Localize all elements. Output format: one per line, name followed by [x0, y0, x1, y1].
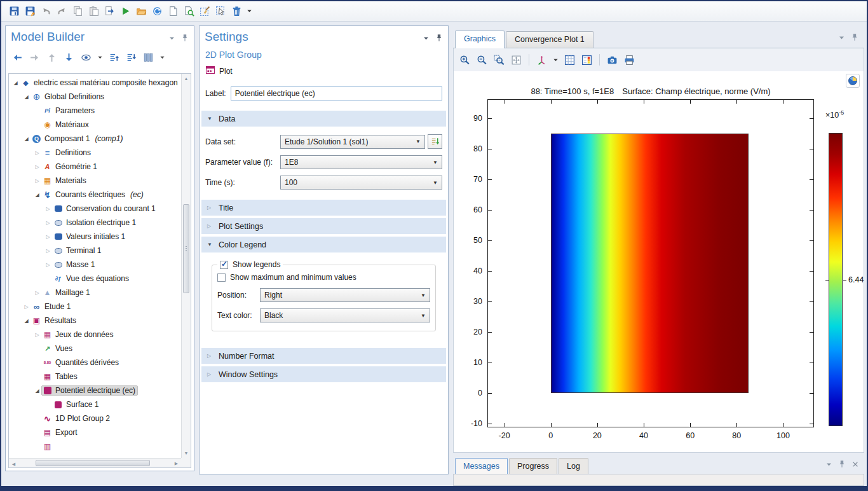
- save-icon[interactable]: [8, 4, 21, 18]
- show-legends-checkbox[interactable]: [220, 261, 228, 269]
- down-icon[interactable]: [62, 51, 76, 64]
- tab-convergence-plot-1[interactable]: Convergence Plot 1: [506, 31, 593, 48]
- expander-icon[interactable]: ◢: [22, 136, 31, 142]
- collapse-all-icon[interactable]: [125, 51, 138, 64]
- show-max-min-checkbox[interactable]: [217, 273, 226, 282]
- dropdown-caret-icon[interactable]: [159, 53, 166, 62]
- tree-item-conservation-du-courant-1[interactable]: ▷Conservation du courant 1: [9, 202, 181, 216]
- tree-vertical-scrollbar[interactable]: ▲ ▼: [181, 74, 191, 458]
- expander-icon[interactable]: ◢: [11, 80, 20, 86]
- new-icon[interactable]: [166, 4, 180, 18]
- expander-icon[interactable]: ▷: [44, 234, 52, 240]
- expander-icon[interactable]: ▷: [33, 150, 41, 156]
- pin-icon[interactable]: [435, 34, 444, 45]
- tree-item-quantit-s-d-riv-es[interactable]: 8.85Quantités dérivées: [9, 356, 181, 370]
- tab-progress[interactable]: Progress: [509, 458, 557, 474]
- open-icon[interactable]: [135, 4, 148, 18]
- run-icon[interactable]: [119, 4, 132, 18]
- tree-item-materials[interactable]: ▷▦Materials: [9, 174, 181, 188]
- undo-icon[interactable]: [39, 4, 53, 18]
- node-type-link[interactable]: 2D Plot Group: [200, 48, 448, 64]
- section-plot-settings[interactable]: ▷ Plot Settings: [201, 218, 446, 234]
- position-combo[interactable]: Right▼: [260, 288, 430, 302]
- expander-icon[interactable]: ◢: [33, 388, 41, 394]
- zoom-out-icon[interactable]: [475, 53, 489, 67]
- columns-icon[interactable]: [142, 51, 155, 64]
- default-view-icon[interactable]: [535, 53, 548, 67]
- plot-action-icon[interactable]: [205, 65, 215, 77]
- zoom-in-icon[interactable]: [458, 53, 471, 67]
- copy-icon[interactable]: [71, 4, 85, 18]
- expand-all-icon[interactable]: [107, 51, 121, 64]
- scroll-down-icon[interactable]: ▼: [182, 448, 191, 458]
- show-grid-icon[interactable]: [563, 53, 576, 67]
- scroll-up-icon[interactable]: ▲: [182, 74, 191, 83]
- close-icon[interactable]: [851, 460, 859, 470]
- update-solution-icon[interactable]: [151, 4, 164, 18]
- dropdown-caret-icon[interactable]: [552, 55, 559, 64]
- panel-menu-caret-icon[interactable]: [838, 34, 845, 43]
- tab-messages[interactable]: Messages: [455, 458, 508, 474]
- switch-data-set-button[interactable]: [428, 134, 442, 149]
- expander-icon[interactable]: ▷: [22, 304, 31, 310]
- tree-item-definitions[interactable]: ▷≡Definitions: [9, 146, 181, 160]
- tab-graphics[interactable]: Graphics: [455, 31, 505, 48]
- tree-item-potentiel-lectrique-ec[interactable]: ◢Potentiel électrique (ec): [9, 384, 181, 398]
- preview-icon[interactable]: [182, 4, 196, 18]
- tree-item-node[interactable]: ▥: [9, 439, 181, 453]
- paste-icon[interactable]: [87, 4, 100, 18]
- expander-icon[interactable]: ▷: [44, 220, 52, 226]
- tree-item-isolation-lectrique-1[interactable]: ▷Isolation électrique 1: [9, 216, 181, 230]
- zoom-box-icon[interactable]: [492, 53, 506, 67]
- clear-selection-icon[interactable]: [198, 4, 212, 18]
- section-data[interactable]: ▼ Data: [201, 111, 446, 127]
- expander-icon[interactable]: ▷: [33, 290, 41, 296]
- tree-item-jeux-de-donn-es[interactable]: ▷▦Jeux de données: [9, 328, 181, 342]
- panel-menu-caret-icon[interactable]: [168, 35, 175, 44]
- tab-log[interactable]: Log: [559, 458, 588, 474]
- tree-item-surface-1[interactable]: Surface 1: [9, 398, 181, 411]
- expander-icon[interactable]: ▷: [44, 262, 52, 268]
- tree-item-etude-1[interactable]: ▷∞Etude 1: [9, 300, 181, 314]
- panel-menu-caret-icon[interactable]: [423, 35, 430, 44]
- scroll-left-icon[interactable]: ◀: [9, 459, 18, 468]
- redo-icon[interactable]: [55, 4, 69, 18]
- section-title[interactable]: ▷ Title: [201, 200, 446, 216]
- comsol-logo-icon[interactable]: [846, 74, 860, 88]
- section-number-format[interactable]: ▷ Number Format: [201, 348, 446, 364]
- plot-canvas[interactable]: 88: Time=100 s, f=1E8 Surface: Champ éle…: [453, 71, 864, 453]
- section-color-legend[interactable]: ▼ Color Legend: [201, 237, 446, 252]
- data-set-combo[interactable]: Etude 1/Solution 1 (sol1)▼: [280, 135, 425, 149]
- forward-icon[interactable]: [28, 51, 41, 64]
- tree-item-mat-riaux[interactable]: ◉Matériaux: [9, 118, 181, 132]
- zoom-extents-icon[interactable]: [510, 53, 523, 67]
- expander-icon[interactable]: ▷: [33, 178, 41, 184]
- tree-item-g-om-trie-1[interactable]: ▷AGéométrie 1: [9, 160, 181, 174]
- expander-icon[interactable]: ▷: [33, 332, 41, 338]
- back-icon[interactable]: [11, 51, 24, 64]
- tree-item-parameters[interactable]: PiParameters: [9, 104, 181, 118]
- tree-item-valeurs-initiales-1[interactable]: ▷Valeurs initiales 1: [9, 230, 181, 244]
- tree-item-maillage-1[interactable]: ▷▲Maillage 1: [9, 286, 181, 300]
- show-legends-icon[interactable]: [580, 53, 593, 67]
- label-input[interactable]: [231, 86, 442, 100]
- insert-icon[interactable]: [103, 4, 116, 18]
- eye-icon[interactable]: [79, 51, 93, 64]
- dropdown-caret-icon[interactable]: [246, 7, 253, 16]
- tree-item-composant-1[interactable]: ◢QComposant 1(comp1): [9, 132, 181, 146]
- tree-item-export[interactable]: ▤Export: [9, 425, 181, 439]
- dropdown-caret-icon[interactable]: [97, 53, 104, 62]
- time-combo[interactable]: 100▼: [280, 176, 442, 190]
- tree-item-electric-essai-mat-riau-composite-hexagon[interactable]: ◢◆electric essai matériau composite hexa…: [9, 76, 181, 90]
- tree-item-courants-lectriques[interactable]: ◢↯Courants électriques(ec): [9, 188, 181, 202]
- expander-icon[interactable]: ◢: [22, 94, 31, 100]
- messages-content[interactable]: [453, 474, 864, 486]
- parameter-value-combo[interactable]: 1E8▼: [280, 155, 442, 169]
- text-color-combo[interactable]: Black▼: [260, 308, 430, 322]
- expander-icon[interactable]: ◢: [33, 192, 41, 198]
- expander-icon[interactable]: ◢: [22, 318, 31, 324]
- tree-item-vues[interactable]: ↗Vues: [9, 342, 181, 356]
- expander-icon[interactable]: ▷: [44, 248, 52, 254]
- plot-button[interactable]: Plot: [219, 67, 233, 76]
- save-as-icon[interactable]: [24, 4, 37, 18]
